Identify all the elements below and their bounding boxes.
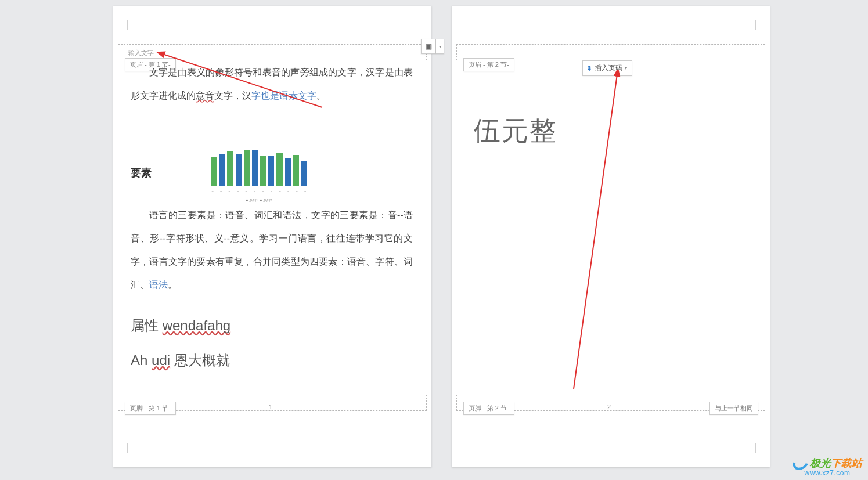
hyperlink[interactable]: 字也是语素文字 [251, 91, 316, 100]
subheading[interactable]: 属性 wendafahg [131, 308, 413, 343]
large-chinese-text[interactable]: 伍元整 [474, 113, 557, 149]
heading-elements: 要素 [131, 160, 152, 186]
logo-url: www.xz7.com [805, 470, 851, 477]
text: 文字，汉 [214, 91, 251, 100]
paragraph[interactable]: 文字是由表义的象形符号和表音的声旁组成的文字，汉字是由表形文字进化成的意音文字，… [131, 61, 413, 107]
bar-chart[interactable]: –––––––––––– ■ 系列1 ■ 系列2 [210, 147, 308, 199]
margin-corner [407, 443, 417, 453]
text: 语言的三要素是：语音、词汇和语法，文字的三要素是：音--语音、形--字符形状、义… [131, 210, 413, 290]
chart-bar [285, 158, 291, 186]
chart-bar [268, 156, 274, 186]
site-logo: 极光下载站 www.xz7.com [793, 457, 862, 477]
annotation-arrow-icon [568, 70, 643, 395]
page-1[interactable]: 输入文字 页眉 - 第 1 节- 文字是由表义的象形符号和表音的声旁组成的文字，… [113, 6, 431, 467]
chart-bar [211, 157, 217, 187]
text: 属性 [131, 317, 163, 333]
chart-bar [219, 154, 225, 186]
margin-corner [127, 443, 138, 453]
margin-corner [466, 20, 476, 30]
spellcheck-marked: 意音 [196, 91, 214, 100]
subheading[interactable]: Ah udi 恩大概就 [131, 343, 413, 378]
chart-bar [236, 154, 242, 186]
header-options-button[interactable]: ▣ [421, 39, 436, 54]
margin-corner [745, 20, 756, 30]
paragraph[interactable]: 语言的三要素是：语音、词汇和语法，文字的三要素是：音--语音、形--字符形状、义… [131, 204, 413, 297]
chart-bar [276, 153, 282, 186]
footer-section-tag: 页脚 - 第 2 节- [463, 402, 514, 415]
header-section-tag: 页眉 - 第 2 节- [463, 58, 514, 71]
page-number-icon: ⇞ [586, 64, 592, 73]
margin-corner [466, 443, 476, 453]
hyperlink[interactable]: 语法 [149, 280, 168, 290]
insert-page-number-button[interactable]: ⇞ 插入页码 ▾ [582, 60, 632, 76]
logo-text: 下载站 [831, 458, 862, 468]
chevron-down-icon: ▾ [439, 44, 441, 49]
spellcheck-marked: wendafahg [163, 317, 230, 333]
chart-bar [227, 151, 233, 186]
chart-bar [293, 155, 299, 186]
page-number: 2 [607, 403, 611, 410]
chart-bar [260, 156, 266, 186]
page-number: 1 [269, 403, 272, 410]
svg-line-1 [574, 74, 617, 389]
margin-corner [127, 20, 138, 30]
chart-bar [244, 150, 250, 186]
text: Ah [131, 352, 152, 368]
page-2[interactable]: 页眉 - 第 2 节- ⇞ 插入页码 ▾ 伍元整 页脚 - 第 2 节- 与上一… [452, 6, 770, 467]
document-body[interactable]: 文字是由表义的象形符号和表音的声旁组成的文字，汉字是由表形文字进化成的意音文字，… [131, 61, 413, 378]
chevron-down-icon: ▾ [625, 66, 627, 71]
same-as-previous-tag: 与上一节相同 [709, 402, 758, 415]
text: 恩大概就 [170, 352, 230, 368]
chart-row: 要素 –––––––––––– ■ 系列1 ■ 系列2 [131, 147, 413, 199]
chart-bar [252, 150, 258, 186]
text: 。 [168, 280, 177, 290]
spellcheck-marked: udi [152, 352, 170, 368]
footer-section-tag: 页脚 - 第 1 节- [125, 402, 176, 415]
header-placeholder[interactable]: 输入文字 [128, 49, 154, 57]
logo-text: 极光 [810, 458, 831, 468]
header-options-dropdown[interactable]: ▾ [436, 39, 444, 54]
text: 。 [316, 91, 326, 100]
margin-corner [745, 443, 756, 453]
header-options-icon: ▣ [426, 42, 432, 50]
margin-corner [407, 20, 417, 30]
chart-bar [301, 161, 307, 186]
button-label: 插入页码 [595, 63, 622, 73]
